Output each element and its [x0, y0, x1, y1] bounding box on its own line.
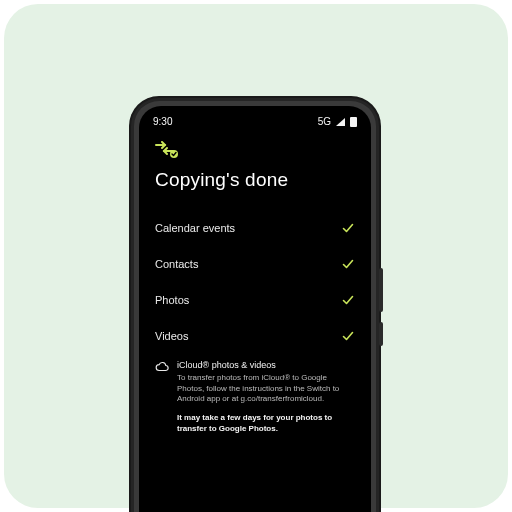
list-item: Calendar events	[155, 210, 355, 246]
icloud-note-body: To transfer photos from iCloud® to Googl…	[177, 373, 355, 405]
check-icon	[341, 257, 355, 271]
list-item: Videos	[155, 318, 355, 354]
transfer-complete-icon	[155, 141, 355, 163]
copy-results-list: Calendar events Contacts Photos	[139, 210, 371, 354]
list-item-label: Photos	[155, 294, 189, 306]
list-item-label: Calendar events	[155, 222, 235, 234]
icloud-note-title: iCloud® photos & videos	[177, 360, 355, 370]
status-time: 9:30	[153, 116, 172, 127]
status-network: 5G	[318, 116, 331, 127]
phone-side-button	[379, 268, 383, 312]
page-title: Copying's done	[155, 169, 355, 192]
check-icon	[341, 329, 355, 343]
check-icon	[341, 221, 355, 235]
icloud-note-footer: It may take a few days for your photos t…	[177, 413, 355, 435]
icloud-note: iCloud® photos & videos To transfer phot…	[139, 354, 371, 435]
phone-frame: 9:30 5G	[131, 98, 379, 512]
phone-side-button	[379, 322, 383, 346]
phone-screen: 9:30 5G	[139, 106, 371, 512]
status-bar: 9:30 5G	[139, 106, 371, 131]
battery-icon	[350, 117, 357, 127]
list-item: Contacts	[155, 246, 355, 282]
list-item-label: Videos	[155, 330, 188, 342]
signal-icon	[336, 118, 345, 126]
list-item: Photos	[155, 282, 355, 318]
list-item-label: Contacts	[155, 258, 198, 270]
check-icon	[341, 293, 355, 307]
cloud-icon	[155, 360, 169, 435]
